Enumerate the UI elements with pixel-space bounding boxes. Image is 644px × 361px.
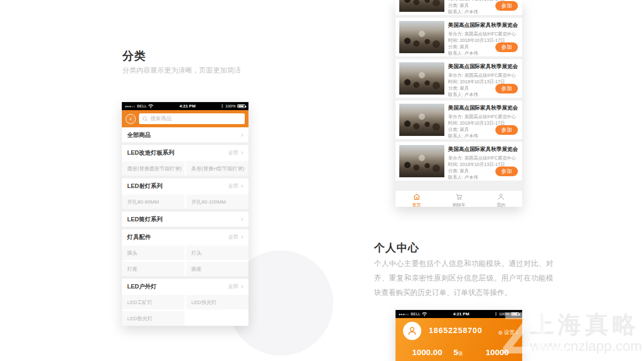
exhibition-host: 举办方: 美国高点镇IHFC展览中心 [448,72,518,78]
chevron-right-icon: › [241,183,243,189]
all-link[interactable]: 全部 [228,234,238,241]
category-header: ‹ 搜索商品 [122,110,248,127]
category-row-label: 灯具配件 [127,233,228,241]
exhibition-thumbnail [399,145,444,177]
category-list: 全部商品 › LED改造灯板系列 全部 › 圆形(替换圆形节能灯管) 条形(替换… [122,127,248,326]
category-section-subtitle: 分类内容展示更为清晰，页面更加简洁 [122,66,241,75]
search-input[interactable]: 搜索商品 [139,113,245,124]
subcategory-cell[interactable]: 插头 [122,246,185,260]
phone-number: 18652258700 [429,326,482,335]
signal-strength-icon: ●●●○○ [399,313,409,316]
subcategory-cell[interactable]: 灯座 [122,262,185,276]
exhibition-host: 举办方: 美国高点镇IHFC展览中心 [448,31,518,37]
category-section: LED户外灯 全部 › LED工矿灯 LED投光灯 LED散光灯 [122,279,248,326]
person-icon [497,193,505,201]
bluetooth-icon: ᛒ [221,104,224,109]
status-bar: ●●●○○ BELL 4:21 PM ᛒ 100% [122,102,248,110]
category-section-title: 分类 [122,48,146,63]
exhibition-title: 美国高点国际家具秋季展览会 [448,104,518,112]
carrier-label: BELL [411,312,420,316]
person-icon [407,326,418,336]
chevron-right-icon: › [241,283,243,290]
chevron-right-icon: › [241,132,243,138]
exhibition-list-item[interactable]: 美国高点国际家具秋季展览会 举办方: 美国高点镇IHFC展览中心 时间: 201… [396,100,522,139]
exhibition-host: 举办方: 美国高点镇IHFC展览中心 [448,155,518,161]
category-row-label: LED户外灯 [127,283,228,291]
tab-label: 我的 [497,202,506,207]
tab-profile[interactable]: 我的 [480,191,522,207]
subcategory-cell[interactable]: LED散光灯 [122,311,185,326]
carrier-label: BELL [137,104,147,109]
chevron-right-icon: › [241,149,243,156]
profile-section-title: 个人中心 [374,241,419,255]
avatar[interactable] [403,322,421,340]
category-section: LED射灯系列 全部 › 开孔80-90MM 开孔80-100MM [122,178,248,209]
exhibition-list-item[interactable]: 美国高点国际家具秋季展览会 举办方: 美国高点镇IHFC展览中心 时间: 201… [396,59,522,98]
wifi-icon [148,104,153,109]
subcategory-cell[interactable]: 开孔80-100MM [186,194,249,209]
join-button[interactable]: 参加 [495,84,518,93]
all-link[interactable]: 全部 [228,149,238,156]
exhibition-host: 举办方: 美国高点镇IHFC展览中心 [448,113,518,120]
exhibition-title: 美国高点国际家具秋季展览会 [448,146,518,153]
subcategory-cell[interactable]: 灯头 [186,246,249,260]
bluetooth-icon: ᛒ [495,312,497,316]
signal-strength-icon: ●●●○○ [125,105,135,108]
profile-section-description: 个人中心主要包括个人信息和功能模块。通过对比、对齐、重复和亲密性原则区分信息层级… [374,256,553,300]
exhibition-title: 美国高点国际家具秋季展览会 [448,21,518,29]
battery-percent: 100% [225,104,236,109]
category-row-label: 全部商品 [127,131,241,139]
category-row-all-products[interactable]: 全部商品 › [122,127,248,142]
join-button[interactable]: 参加 [495,1,518,11]
exhibition-thumbnail [399,62,444,95]
subcategory-cell[interactable]: 插座 [186,262,249,276]
search-icon [142,116,148,122]
exhibition-phone-mockup: 美国高点国际家具秋季展览会 举办方: 美国高点镇IHFC展览中心 时间: 201… [396,0,522,207]
category-row-led-downlight[interactable]: LED筒灯系列 › [122,212,248,227]
join-button[interactable]: 参加 [495,42,518,52]
stat-unit: 张 [458,350,464,356]
watermark-logo: ZL [501,306,564,360]
status-time: 4:21 PM [153,104,221,109]
stat-coupons[interactable]: 5张 [453,348,463,357]
battery-icon [237,104,245,108]
category-phone-mockup: ●●●○○ BELL 4:21 PM ᛒ 100% ‹ 搜索商品 全部商品 › [122,102,248,326]
join-button[interactable]: 参加 [495,125,518,135]
tab-cart[interactable]: 购物车 [438,191,480,207]
all-link[interactable]: 全部 [228,283,238,290]
cart-icon [455,193,463,201]
tab-bar: 首页 购物车 我的 [396,191,522,207]
exhibition-list-item[interactable]: 美国高点国际家具秋季展览会 举办方: 美国高点镇IHFC展览中心 时间: 201… [396,0,522,15]
category-section: LED筒灯系列 › [122,212,248,227]
category-row-label: LED射灯系列 [127,182,228,190]
subcategory-cell[interactable]: LED投光灯 [186,295,249,309]
all-link[interactable]: 全部 [228,183,238,190]
search-placeholder: 搜索商品 [150,115,172,122]
subcategory-cell[interactable]: 条形(替换H型节能灯管) [186,161,249,176]
exhibition-list-item[interactable]: 美国高点国际家具秋季展览会 举办方: 美国高点镇IHFC展览中心 时间: 201… [396,142,522,180]
stat-value: 5 [453,348,458,357]
join-button[interactable]: 参加 [495,167,518,176]
category-section: 全部商品 › [122,127,248,142]
category-row-led-outdoor[interactable]: LED户外灯 全部 › [122,279,248,294]
subcategory-cell[interactable]: 开孔80-90MM [122,194,185,209]
chevron-right-icon: › [241,216,243,222]
tab-home[interactable]: 首页 [396,191,438,207]
category-row-led-spotlight[interactable]: LED射灯系列 全部 › [122,178,248,193]
subcategory-cell[interactable]: 圆形(替换圆形节能灯管) [122,161,185,176]
tab-label: 首页 [412,202,421,207]
wifi-icon [422,312,427,316]
category-row-led-panel[interactable]: LED改造灯板系列 全部 › [122,145,248,160]
back-arrow-icon: ‹ [130,115,132,122]
stat-balance[interactable]: 1000.00 [412,348,442,357]
tab-label: 购物车 [452,202,465,207]
exhibition-thumbnail [399,21,444,53]
subcategory-cell[interactable]: LED工矿灯 [122,295,185,309]
back-button[interactable]: ‹ [126,114,136,124]
status-time: 4:21 PM [427,312,495,316]
category-row-label: LED改造灯板系列 [127,149,228,157]
category-row-accessories[interactable]: 灯具配件 全部 › [122,229,248,244]
exhibition-thumbnail [399,0,444,12]
exhibition-list-item[interactable]: 美国高点国际家具秋季展览会 举办方: 美国高点镇IHFC展览中心 时间: 201… [396,18,522,56]
exhibition-title: 美国高点国际家具秋季展览会 [448,63,518,70]
